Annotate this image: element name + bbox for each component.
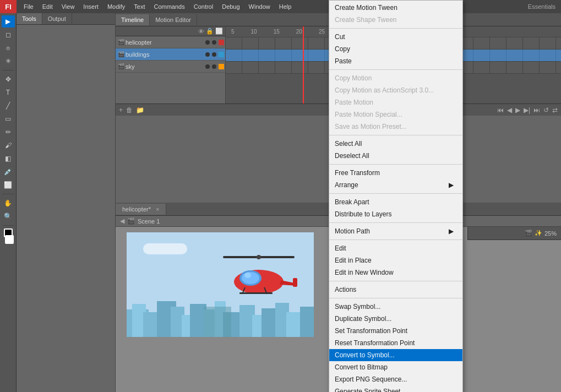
ctx-create-motion-tween[interactable]: Create Motion Tween bbox=[329, 2, 462, 14]
menu-modify[interactable]: Modify bbox=[103, 2, 129, 11]
ctx-edit-in-new-window[interactable]: Edit in New Window bbox=[329, 266, 462, 279]
ctx-actions[interactable]: Actions bbox=[329, 284, 462, 296]
zoom-tool[interactable]: 🔍 bbox=[2, 210, 15, 222]
frame-25: 25 bbox=[319, 29, 325, 35]
ctx-export-png[interactable]: Export PNG Sequence... bbox=[329, 373, 462, 385]
ctx-reset-transform-point[interactable]: Reset Transformation Point bbox=[329, 337, 462, 349]
prev-frame-btn[interactable]: ◀ bbox=[506, 106, 513, 114]
menu-file[interactable]: File bbox=[19, 2, 38, 11]
layer-dot-sky bbox=[205, 64, 210, 69]
ctx-convert-to-symbol[interactable]: Convert to Symbol... bbox=[329, 349, 462, 361]
sync-btn[interactable]: ⇄ bbox=[551, 106, 559, 114]
brush-tool[interactable]: 🖌 bbox=[2, 139, 15, 151]
tab-output[interactable]: Output bbox=[42, 13, 72, 24]
tab-timeline[interactable]: Timeline bbox=[116, 14, 150, 25]
close-tab-icon[interactable]: × bbox=[156, 206, 159, 213]
ctx-motion-path[interactable]: Motion Path ▶ bbox=[329, 225, 462, 237]
layer-dot-helicopter bbox=[205, 40, 210, 45]
ctx-paste[interactable]: Paste bbox=[329, 55, 462, 67]
select-tool[interactable]: ▶ bbox=[2, 15, 15, 28]
ctx-paste-motion-special-label: Paste Motion Special... bbox=[335, 111, 402, 118]
ctx-copy[interactable]: Copy bbox=[329, 43, 462, 55]
ctx-set-transform-point[interactable]: Set Transformation Point bbox=[329, 325, 462, 337]
layer-row-buildings[interactable]: 🎬 buildings bbox=[116, 48, 225, 61]
ctx-select-all[interactable]: Select All bbox=[329, 138, 462, 150]
ctx-distribute-to-layers[interactable]: Distribute to Layers bbox=[329, 208, 462, 220]
ctx-arrange-label: Arrange bbox=[335, 181, 358, 189]
ctx-swap-symbol-label: Swap Symbol... bbox=[335, 303, 380, 311]
line-tool[interactable]: ╱ bbox=[2, 100, 15, 112]
menu-section-distribute: Break Apart Distribute to Layers bbox=[329, 195, 462, 221]
ctx-convert-to-bitmap[interactable]: Convert to Bitmap bbox=[329, 361, 462, 373]
ctx-duplicate-symbol[interactable]: Duplicate Symbol... bbox=[329, 313, 462, 325]
ctx-generate-sprite[interactable]: Generate Sprite Sheet... bbox=[329, 385, 462, 392]
frame-15: 15 bbox=[274, 29, 280, 35]
lock-icon[interactable]: 🔒 bbox=[206, 28, 214, 35]
layer-dot-buildings bbox=[205, 52, 210, 57]
ctx-paste-motion-special[interactable]: Paste Motion Special... bbox=[329, 108, 462, 121]
ctx-edit[interactable]: Edit bbox=[329, 242, 462, 254]
menu-commands[interactable]: Commands bbox=[149, 2, 189, 11]
hand-tool[interactable]: ✋ bbox=[2, 197, 15, 209]
menu-sep-6 bbox=[329, 222, 462, 223]
ctx-paste-motion[interactable]: Paste Motion bbox=[329, 96, 462, 108]
magic-wand-tool[interactable]: ✳ bbox=[2, 55, 15, 67]
ctx-free-transform[interactable]: Free Transform bbox=[329, 167, 462, 179]
menu-window[interactable]: Window bbox=[244, 2, 275, 11]
back-arrow-icon[interactable]: ◀ bbox=[120, 217, 124, 225]
fill-color[interactable] bbox=[5, 235, 14, 244]
ctx-deselect-all[interactable]: Deselect All bbox=[329, 150, 462, 162]
eye-icon[interactable]: 👁 bbox=[198, 28, 204, 35]
subselect-tool[interactable]: ◻ bbox=[2, 29, 15, 41]
free-transform-tool[interactable]: ✥ bbox=[2, 73, 15, 85]
first-frame-btn[interactable]: ⏮ bbox=[496, 106, 505, 114]
ctx-arrange[interactable]: Arrange ▶ bbox=[329, 179, 462, 191]
pencil-tool[interactable]: ✏ bbox=[2, 126, 15, 138]
ctx-save-as-preset[interactable]: Save as Motion Preset... bbox=[329, 121, 462, 133]
menu-debug[interactable]: Debug bbox=[217, 2, 244, 11]
menu-edit[interactable]: Edit bbox=[38, 2, 57, 11]
ctx-break-apart[interactable]: Break Apart bbox=[329, 196, 462, 208]
ctx-copy-motion-as[interactable]: Copy Motion as ActionScript 3.0... bbox=[329, 84, 462, 96]
rectangle-tool[interactable]: ▭ bbox=[2, 113, 15, 125]
ctx-cut[interactable]: Cut bbox=[329, 31, 462, 43]
menu-control[interactable]: Control bbox=[189, 2, 217, 11]
menu-view[interactable]: View bbox=[57, 2, 79, 11]
ctx-swap-symbol[interactable]: Swap Symbol... bbox=[329, 301, 462, 313]
play-btn[interactable]: ▶ bbox=[514, 106, 521, 114]
scene-label: Scene 1 bbox=[138, 218, 160, 225]
ctx-copy-motion-label: Copy Motion bbox=[335, 74, 372, 82]
menu-insert[interactable]: Insert bbox=[79, 2, 103, 11]
lasso-tool[interactable]: ⌾ bbox=[2, 42, 15, 54]
ctx-copy-motion[interactable]: Copy Motion bbox=[329, 72, 462, 84]
ctx-edit-in-place[interactable]: Edit in Place bbox=[329, 254, 462, 266]
scene-icon: 🎬 bbox=[127, 217, 135, 225]
ctx-create-shape-tween[interactable]: Create Shape Tween bbox=[329, 14, 462, 26]
motion-path-submenu-arrow: ▶ bbox=[449, 227, 454, 235]
outline-icon[interactable]: ⬜ bbox=[215, 28, 223, 35]
next-frame-btn[interactable]: ▶| bbox=[522, 106, 531, 114]
layer-name-buildings: buildings bbox=[126, 51, 149, 58]
layer-row-sky[interactable]: 🎬 sky bbox=[116, 61, 225, 73]
menu-text[interactable]: Text bbox=[129, 2, 149, 11]
ctx-copy-label: Copy bbox=[335, 45, 350, 53]
text-tool[interactable]: T bbox=[2, 86, 15, 99]
loop-btn[interactable]: ↺ bbox=[542, 106, 550, 114]
svg-rect-24 bbox=[293, 278, 297, 287]
tab-tools[interactable]: Tools bbox=[17, 13, 42, 24]
menu-help[interactable]: Help bbox=[275, 2, 296, 11]
last-frame-btn[interactable]: ⏭ bbox=[532, 106, 541, 114]
paint-bucket-tool[interactable]: ◧ bbox=[2, 153, 15, 165]
eraser-tool[interactable]: ⬜ bbox=[2, 179, 15, 191]
delete-layer-btn[interactable]: 🗑 bbox=[125, 106, 134, 114]
tab-motion-editor[interactable]: Motion Editor bbox=[150, 14, 197, 25]
add-layer-btn[interactable]: + bbox=[118, 106, 124, 114]
frame-10: 10 bbox=[251, 29, 257, 35]
ctx-duplicate-symbol-label: Duplicate Symbol... bbox=[335, 315, 391, 323]
svg-point-22 bbox=[244, 273, 251, 278]
layer-row-helicopter[interactable]: 🎬 helicopter bbox=[116, 36, 225, 48]
add-folder-btn[interactable]: 📁 bbox=[135, 106, 145, 114]
eyedropper-tool[interactable]: 💉 bbox=[2, 166, 15, 178]
stage-tab-helicopter[interactable]: helicopter* × bbox=[116, 204, 166, 215]
frame-20: 20 bbox=[296, 29, 302, 35]
